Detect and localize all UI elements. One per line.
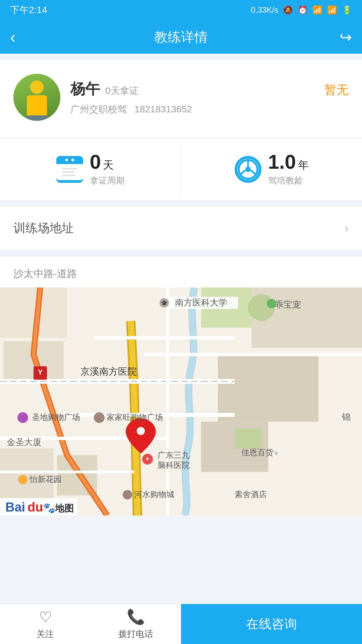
svg-text:怡新花园: 怡新花园: [29, 475, 62, 484]
svg-text:金圣大厦: 金圣大厦: [7, 437, 42, 447]
svg-text:广东三九: 广东三九: [158, 450, 190, 460]
signal-icon: 📶: [327, 5, 337, 15]
svg-text:南方医科大学: 南方医科大学: [175, 298, 227, 308]
svg-point-25: [137, 427, 145, 435]
cert-days-text: 0 天 拿证周期: [90, 152, 125, 186]
map-address-label: 沙太中路-道路: [0, 264, 362, 287]
wifi-icon: 📶: [312, 5, 322, 15]
svg-text:河水购物城: 河水购物城: [134, 490, 174, 499]
avatar-legs: [27, 115, 47, 121]
svg-text:京溪南方医院: 京溪南方医院: [80, 366, 137, 377]
steering-svg: [237, 159, 259, 180]
profile-top: 杨午 0天拿证 暂无 广州交职校驾 18218313652: [13, 74, 349, 121]
map-svg: 南方医科大学 🎓 乖宝宠 Y 京溪南方医院 圣地购物广场 家家旺购物广场 金圣大…: [0, 287, 362, 516]
svg-text:🎓: 🎓: [161, 300, 168, 306]
status-icons: 0.33K/s 🔕 ⏰ 📶 📶 🔋: [251, 5, 352, 15]
svg-point-46: [18, 475, 27, 484]
cert-days-label: 拿证周期: [90, 175, 125, 186]
svg-text:锦: 锦: [342, 412, 351, 422]
phone-icon: 📞: [127, 608, 145, 626]
profile-card: 杨午 0天拿证 暂无 广州交职校驾 18218313652: [0, 60, 362, 138]
svg-point-31: [267, 299, 276, 308]
svg-text:🐾: 🐾: [43, 502, 56, 514]
heart-icon: ♡: [39, 608, 52, 626]
svg-text:+: +: [145, 455, 149, 463]
cert-days-unit: 天: [103, 158, 114, 173]
profile-info: 杨午 0天拿证 暂无 广州交职校驾 18218313652: [70, 79, 349, 116]
steering-icon: [235, 156, 261, 183]
drive-years-unit: 年: [298, 158, 309, 173]
follow-label: 关注: [37, 628, 54, 640]
bottom-bar: ♡ 关注 📞 拨打电话 在线咨询: [0, 604, 362, 644]
battery-icon: 🔋: [342, 5, 352, 15]
svg-text:地图: 地图: [55, 503, 74, 514]
phone-number: 18218313652: [134, 104, 192, 114]
svg-text:佳恩百货: 佳恩百货: [241, 448, 274, 457]
svg-text:素舍酒店: 素舍酒店: [235, 490, 267, 499]
share-button[interactable]: ↪: [340, 29, 352, 46]
follow-button[interactable]: ♡ 关注: [0, 604, 90, 644]
svg-text:家家旺购物广场: 家家旺购物广场: [107, 413, 163, 422]
consult-button[interactable]: 在线咨询: [181, 604, 362, 644]
svg-line-4: [251, 171, 256, 175]
call-label: 拨打电话: [118, 628, 153, 640]
alarm-icon: ⏰: [298, 5, 308, 15]
svg-point-37: [94, 412, 105, 423]
consult-label: 在线咨询: [246, 615, 297, 633]
profile-name-row: 杨午 0天拿证 暂无: [70, 79, 349, 99]
stats-row: 0 天 拿证周期 1.0 年 驾培教龄: [0, 138, 362, 200]
profile-school: 广州交职校驾 18218313652: [70, 103, 349, 116]
svg-line-3: [240, 171, 245, 175]
drive-years-label: 驾培教龄: [268, 175, 303, 186]
network-speed: 0.33K/s: [251, 5, 278, 15]
back-button[interactable]: ‹: [10, 27, 16, 47]
avatar-head: [30, 80, 44, 94]
svg-text:圣地购物广场: 圣地购物广场: [32, 413, 80, 422]
profile-days: 0天拿证: [105, 85, 139, 97]
avatar-body: [27, 95, 47, 115]
chevron-right-icon: ›: [345, 221, 349, 235]
svg-text:Y: Y: [38, 368, 43, 376]
svg-rect-45: [275, 452, 278, 454]
svg-rect-9: [218, 355, 318, 422]
nav-bar: ‹ 教练详情 ↪: [0, 20, 362, 54]
svg-point-35: [17, 412, 28, 423]
svg-text:乖宝宠: 乖宝宠: [275, 300, 301, 310]
mute-icon: 🔕: [283, 5, 293, 15]
cert-days-number: 0: [90, 152, 101, 172]
training-address-label: 训练场地址: [13, 220, 74, 236]
stat-drive-years: 1.0 年 驾培教龄: [181, 139, 362, 200]
svg-text:Bai: Bai: [5, 500, 25, 514]
svg-rect-14: [235, 428, 261, 448]
drive-years-text: 1.0 年 驾培教龄: [268, 152, 309, 186]
drive-years-number: 1.0: [268, 152, 296, 172]
school-name: 广州交职校驾: [70, 104, 127, 114]
map-container[interactable]: 南方医科大学 🎓 乖宝宠 Y 京溪南方医院 圣地购物广场 家家旺购物广场 金圣大…: [0, 287, 362, 516]
profile-name: 杨午: [70, 79, 100, 99]
training-address-row[interactable]: 训练场地址 ›: [0, 207, 362, 250]
call-button[interactable]: 📞 拨打电话: [90, 604, 181, 644]
svg-point-48: [123, 490, 132, 499]
svg-text:脑科医院: 脑科医院: [158, 461, 190, 470]
avatar: [13, 74, 60, 121]
map-section: 沙太中路-道路: [0, 257, 362, 516]
profile-status: 暂无: [324, 82, 349, 98]
svg-text:du: du: [27, 500, 43, 514]
training-address-section: 训练场地址 ›: [0, 207, 362, 250]
stat-cert-days: 0 天 拿证周期: [0, 139, 181, 200]
status-time: 下午2:14: [10, 4, 47, 16]
calendar-icon: [56, 156, 83, 183]
status-bar: 下午2:14 0.33K/s 🔕 ⏰ 📶 📶 🔋: [0, 0, 362, 20]
page-title: 教练详情: [154, 28, 208, 46]
